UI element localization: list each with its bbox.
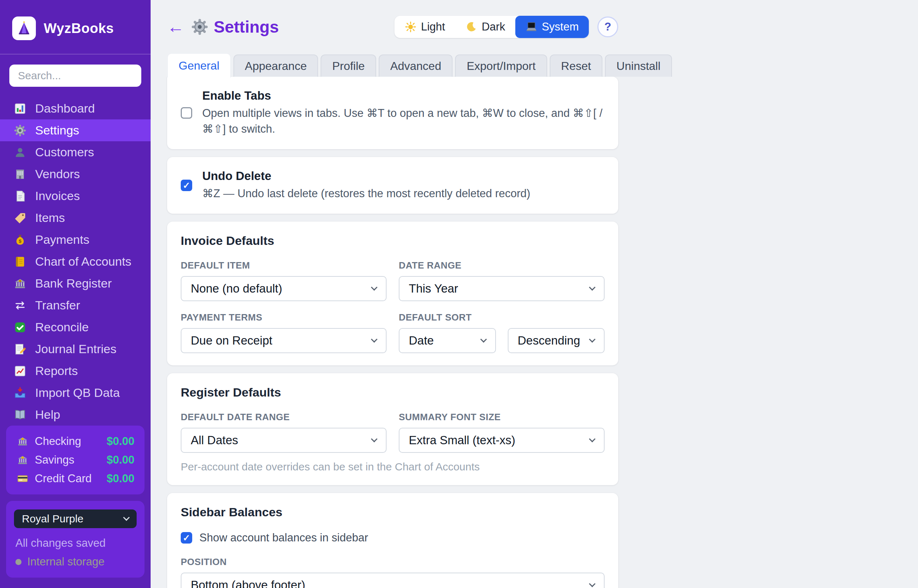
show-balances-checkbox[interactable]: ✓ — [181, 532, 192, 544]
main-area: ← Settings Light Dark System ? G — [150, 0, 918, 588]
sidebar-item-label: Items — [35, 211, 65, 225]
position-select[interactable]: Bottom (above footer) — [181, 573, 604, 588]
sidebar-item-payments[interactable]: $ Payments — [0, 229, 150, 250]
sidebar-item-help[interactable]: Help — [0, 404, 150, 426]
sidebar-item-invoices[interactable]: Invoices — [0, 185, 150, 207]
check-icon: ✓ — [183, 533, 191, 543]
sidebar-item-import-qb-data[interactable]: Import QB Data — [0, 382, 150, 404]
sidebar-item-customers[interactable]: Customers — [0, 141, 150, 163]
chart-line-icon — [13, 364, 27, 378]
balance-label: Checking — [35, 435, 81, 448]
theme-dark-button[interactable]: Dark — [455, 16, 515, 38]
balance-row-savings[interactable]: Savings $0.00 — [16, 454, 134, 467]
color-theme-select[interactable]: Royal Purple — [14, 509, 137, 528]
balance-row-credit-card[interactable]: Credit Card $0.00 — [16, 472, 134, 485]
balance-amount: $0.00 — [107, 472, 134, 485]
tab-profile[interactable]: Profile — [321, 55, 376, 77]
storage-dot-icon — [15, 559, 21, 565]
chevron-down-icon — [371, 336, 377, 342]
document-icon — [13, 189, 27, 203]
chevron-down-icon — [589, 580, 595, 587]
back-button[interactable]: ← — [167, 18, 184, 36]
sidebar-item-label: Vendors — [35, 167, 80, 181]
tab-general[interactable]: General — [167, 53, 231, 78]
sidebar-balances-panel: Checking $0.00 Savings $0.00 Credit Card… — [6, 426, 144, 494]
date-range-select[interactable]: This Year — [399, 276, 604, 301]
field-label: DEFAULT DATE RANGE — [181, 412, 386, 423]
sidebar: WyzBooks Dashboard Settings Customers Ve… — [0, 0, 150, 588]
summary-font-size-select[interactable]: Extra Small (text-xs) — [399, 428, 604, 453]
sort-field-select[interactable]: Date — [399, 328, 496, 353]
sidebar-item-items[interactable]: Items — [0, 207, 150, 229]
default-date-range-select[interactable]: All Dates — [181, 428, 386, 453]
sidebar-item-vendors[interactable]: Vendors — [0, 163, 150, 185]
sidebar-item-label: Help — [35, 408, 60, 422]
svg-text:$: $ — [19, 238, 21, 244]
tab-reset[interactable]: Reset — [550, 55, 603, 77]
sidebar-item-reconcile[interactable]: Reconcile — [0, 316, 150, 338]
settings-tabs: General Appearance Profile Advanced Expo… — [167, 53, 618, 77]
undo-delete-checkbox[interactable]: ✓ — [181, 179, 192, 191]
search-input[interactable] — [9, 65, 141, 87]
check-mark-icon — [13, 320, 27, 334]
tab-uninstall[interactable]: Uninstall — [605, 55, 672, 77]
storage-label: Internal storage — [27, 556, 104, 568]
theme-toggle: Light Dark System — [394, 16, 589, 38]
chevron-down-icon — [371, 436, 377, 442]
sidebar-item-label: Customers — [35, 145, 94, 159]
sidebar-item-label: Journal Entries — [35, 342, 116, 356]
sidebar-theme-panel: Royal Purple All changes saved Internal … — [6, 501, 144, 578]
chevron-down-icon — [123, 514, 129, 520]
gear-icon — [13, 123, 27, 138]
page-header: ← Settings Light Dark System ? — [167, 15, 618, 39]
credit-card-icon — [16, 472, 29, 485]
tag-icon — [13, 211, 27, 225]
default-item-select[interactable]: None (no default) — [181, 276, 386, 301]
sidebar-item-chart-of-accounts[interactable]: Chart of Accounts — [0, 250, 150, 273]
tab-export-import[interactable]: Export/Import — [455, 55, 547, 77]
sidebar-item-bank-register[interactable]: $ Bank Register — [0, 273, 150, 294]
theme-light-button[interactable]: Light — [394, 16, 455, 38]
money-bag-icon: $ — [13, 233, 27, 247]
register-defaults-note: Per-account date overrides can be set in… — [181, 461, 604, 473]
sidebar-item-transfer[interactable]: Transfer — [0, 294, 150, 316]
sidebar-item-label: Bank Register — [35, 276, 112, 291]
page-title: Settings — [214, 17, 279, 37]
sidebar-item-label: Import QB Data — [35, 386, 120, 400]
save-status: All changes saved — [15, 537, 135, 550]
sidebar-item-journal-entries[interactable]: Journal Entries — [0, 338, 150, 360]
building-icon — [13, 167, 27, 181]
color-theme-value: Royal Purple — [22, 513, 84, 525]
balance-row-checking[interactable]: Checking $0.00 — [16, 435, 134, 448]
balance-label: Credit Card — [35, 472, 92, 485]
sidebar-item-label: Reports — [35, 364, 78, 378]
enable-tabs-checkbox[interactable]: ✓ — [181, 107, 192, 119]
help-button[interactable]: ? — [597, 16, 618, 37]
theme-system-button[interactable]: System — [515, 16, 589, 38]
gear-icon — [191, 18, 209, 36]
sidebar-nav: Dashboard Settings Customers Vendors Inv… — [0, 97, 150, 426]
sort-direction-select[interactable]: Descending — [508, 328, 605, 353]
sidebar-balances-card: Sidebar Balances ✓ Show account balances… — [167, 493, 618, 588]
card-title: Sidebar Balances — [181, 505, 604, 519]
memo-pencil-icon — [13, 342, 27, 356]
invoice-defaults-card: Invoice Defaults DEFAULT ITEM None (no d… — [167, 221, 618, 365]
field-label: DEFAULT SORT — [399, 312, 604, 323]
laptop-icon — [525, 21, 538, 33]
card-title: Register Defaults — [181, 385, 604, 399]
tab-appearance[interactable]: Appearance — [233, 55, 318, 77]
setting-title: Undo Delete — [202, 169, 604, 183]
bank-icon — [16, 435, 29, 448]
ledger-icon — [13, 255, 27, 269]
enable-tabs-card: ✓ Enable Tabs Open multiple views in tab… — [167, 77, 618, 149]
field-label: DATE RANGE — [399, 260, 604, 271]
bank-icon: $ — [13, 276, 27, 291]
payment-terms-select[interactable]: Due on Receipt — [181, 328, 386, 353]
balance-label: Savings — [35, 454, 74, 467]
sidebar-item-dashboard[interactable]: Dashboard — [0, 97, 150, 120]
sidebar-item-label: Payments — [35, 233, 89, 247]
tab-advanced[interactable]: Advanced — [379, 55, 453, 77]
sidebar-item-settings[interactable]: Settings — [0, 120, 150, 141]
chevron-down-icon — [371, 284, 377, 291]
sidebar-item-reports[interactable]: Reports — [0, 360, 150, 382]
